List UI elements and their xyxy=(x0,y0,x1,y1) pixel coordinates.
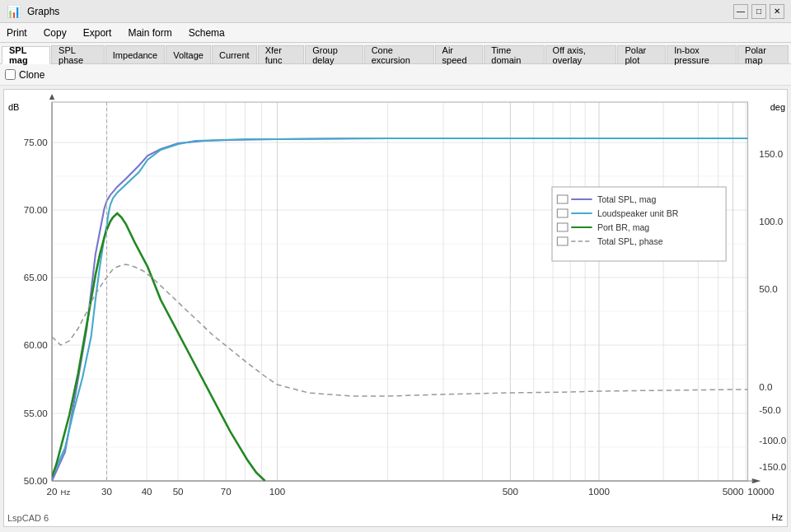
svg-text:5000: 5000 xyxy=(723,487,744,497)
svg-text:50: 50 xyxy=(173,487,184,497)
menu-bar: Print Copy Export Main form Schema xyxy=(0,23,791,43)
window-controls: — □ ✕ xyxy=(733,4,784,19)
tab-impedance[interactable]: Impedance xyxy=(105,45,165,63)
footer-watermark: LspCAD 6 xyxy=(7,513,49,523)
tab-spl-mag[interactable]: SPL mag xyxy=(2,46,50,64)
svg-rect-72 xyxy=(557,223,568,231)
tab-polar-map[interactable]: Polar map xyxy=(737,45,789,63)
chart-svg: 20 Hz 30 40 50 70 100 500 1000 5000 1000… xyxy=(4,90,787,526)
close-button[interactable]: ✕ xyxy=(770,4,784,19)
svg-text:20: 20 xyxy=(47,487,58,497)
tab-air-speed[interactable]: Air speed xyxy=(435,45,484,63)
svg-text:Port BR, mag: Port BR, mag xyxy=(597,223,650,232)
svg-text:Total SPL, mag: Total SPL, mag xyxy=(597,195,657,204)
title-bar: 📊 Graphs — □ ✕ xyxy=(0,0,791,23)
svg-text:Hz: Hz xyxy=(61,488,71,497)
svg-text:70: 70 xyxy=(221,487,232,497)
maximize-button[interactable]: □ xyxy=(751,4,766,19)
menu-copy[interactable]: Copy xyxy=(40,26,70,40)
menu-export[interactable]: Export xyxy=(80,26,115,40)
svg-text:30: 30 xyxy=(101,487,112,497)
clone-checkbox[interactable] xyxy=(5,69,16,80)
menu-schema[interactable]: Schema xyxy=(185,26,228,40)
window-title: Graphs xyxy=(27,6,727,17)
svg-text:0.0: 0.0 xyxy=(759,382,772,392)
svg-text:Total SPL, phase: Total SPL, phase xyxy=(597,237,663,246)
tab-spl-phase[interactable]: SPL phase xyxy=(51,45,105,63)
svg-marker-61 xyxy=(49,94,54,100)
tab-cone-excursion[interactable]: Cone excursion xyxy=(364,45,434,63)
svg-text:50.0: 50.0 xyxy=(759,284,778,294)
chart-container: dB deg Hz xyxy=(3,89,788,527)
svg-text:65.00: 65.00 xyxy=(24,273,48,282)
clone-label: Clone xyxy=(19,69,44,81)
svg-text:40: 40 xyxy=(142,487,152,497)
tab-time-domain[interactable]: Time domain xyxy=(484,45,544,63)
svg-text:100: 100 xyxy=(269,487,285,497)
tab-polar-plot[interactable]: Polar plot xyxy=(617,45,666,63)
svg-rect-66 xyxy=(557,195,568,203)
svg-text:-150.0: -150.0 xyxy=(759,462,786,472)
tab-current[interactable]: Current xyxy=(212,45,257,63)
tab-in-box[interactable]: In-box pressure xyxy=(667,45,737,63)
svg-rect-75 xyxy=(557,237,568,245)
svg-text:-50.0: -50.0 xyxy=(759,405,780,415)
svg-text:Loudspeaker unit BR: Loudspeaker unit BR xyxy=(597,209,678,218)
toolbar: Clone xyxy=(0,64,791,86)
svg-text:-100.0: -100.0 xyxy=(759,436,786,446)
svg-text:50.00: 50.00 xyxy=(24,476,48,486)
svg-text:55.00: 55.00 xyxy=(24,408,48,418)
svg-text:1000: 1000 xyxy=(588,487,610,497)
svg-text:60.00: 60.00 xyxy=(24,340,48,350)
svg-text:75.00: 75.00 xyxy=(24,138,48,147)
svg-rect-69 xyxy=(557,209,568,217)
svg-text:70.00: 70.00 xyxy=(24,205,48,215)
clone-row: Clone xyxy=(5,69,44,81)
svg-text:150.0: 150.0 xyxy=(759,149,783,159)
svg-text:10000: 10000 xyxy=(747,487,774,497)
svg-text:100.0: 100.0 xyxy=(759,217,783,226)
menu-print[interactable]: Print xyxy=(3,26,30,40)
svg-text:500: 500 xyxy=(503,487,518,497)
minimize-button[interactable]: — xyxy=(733,4,748,19)
tab-voltage[interactable]: Voltage xyxy=(166,45,211,63)
app-icon: 📊 xyxy=(7,5,21,18)
tab-xfer-func[interactable]: Xfer func xyxy=(258,45,305,63)
menu-main-form[interactable]: Main form xyxy=(124,26,175,40)
tab-group-delay[interactable]: Group delay xyxy=(305,45,363,63)
tab-off-axis[interactable]: Off axis, overlay xyxy=(545,45,617,63)
tabs-bar: SPL mag SPL phase Impedance Voltage Curr… xyxy=(0,43,791,64)
